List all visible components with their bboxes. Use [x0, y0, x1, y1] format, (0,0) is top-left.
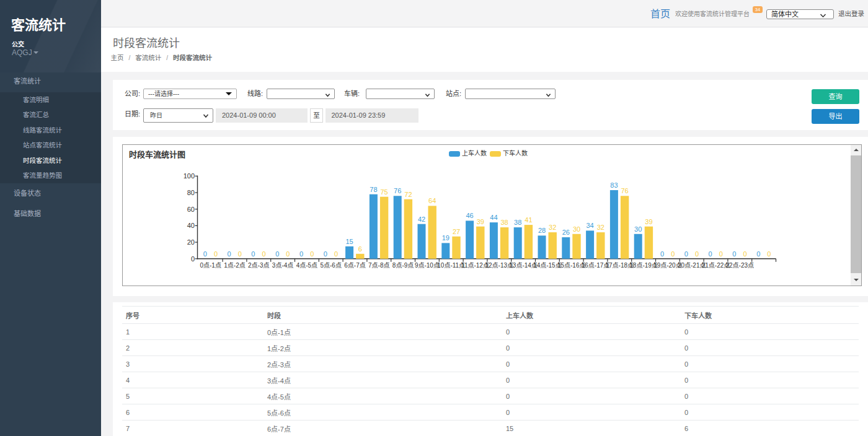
svg-text:0: 0	[310, 250, 314, 258]
svg-text:20: 20	[187, 238, 195, 246]
svg-text:0: 0	[238, 250, 242, 258]
svg-text:0: 0	[275, 250, 279, 258]
svg-text:72: 72	[404, 191, 412, 198]
svg-text:0: 0	[743, 250, 747, 258]
svg-text:3点-4点: 3点-4点	[272, 262, 293, 269]
svg-text:0: 0	[732, 250, 736, 258]
svg-text:78: 78	[370, 186, 377, 193]
svg-text:100: 100	[184, 172, 195, 180]
svg-text:0: 0	[262, 250, 266, 258]
svg-text:0: 0	[767, 250, 771, 258]
svg-text:27: 27	[453, 228, 460, 235]
svg-text:0: 0	[203, 250, 207, 258]
svg-text:0: 0	[299, 250, 303, 258]
svg-text:0: 0	[671, 250, 675, 258]
svg-text:0: 0	[709, 250, 712, 258]
svg-text:0: 0	[334, 250, 338, 258]
svg-text:30: 30	[634, 225, 642, 233]
svg-text:80: 80	[187, 189, 195, 196]
svg-text:0: 0	[684, 250, 688, 258]
svg-text:28: 28	[538, 227, 546, 234]
svg-text:1点-2点: 1点-2点	[224, 262, 245, 269]
svg-text:40: 40	[187, 222, 195, 229]
svg-text:76: 76	[621, 187, 628, 194]
svg-text:46: 46	[466, 212, 473, 219]
svg-text:0: 0	[191, 255, 195, 263]
svg-text:22点-23点: 22点-23点	[726, 262, 755, 269]
svg-text:44: 44	[490, 214, 497, 221]
svg-text:6点-7点: 6点-7点	[344, 262, 365, 269]
svg-text:19: 19	[442, 234, 450, 242]
svg-text:0: 0	[228, 250, 231, 258]
svg-text:7点-8点: 7点-8点	[368, 262, 389, 269]
svg-text:34: 34	[586, 222, 593, 229]
svg-text:0: 0	[286, 250, 290, 258]
svg-text:0点-1点: 0点-1点	[200, 262, 221, 269]
svg-text:38: 38	[514, 219, 521, 226]
svg-text:38: 38	[500, 219, 508, 226]
svg-text:83: 83	[610, 181, 618, 189]
svg-text:5点-6点: 5点-6点	[320, 262, 341, 269]
svg-text:41: 41	[525, 216, 532, 224]
svg-text:64: 64	[428, 197, 436, 204]
svg-text:0: 0	[719, 250, 723, 258]
svg-text:6: 6	[358, 245, 362, 253]
svg-text:0: 0	[324, 250, 327, 258]
svg-text:32: 32	[597, 224, 604, 231]
svg-text:2点-3点: 2点-3点	[248, 262, 269, 269]
svg-text:75: 75	[380, 188, 388, 196]
svg-text:60: 60	[187, 206, 195, 213]
svg-text:39: 39	[477, 218, 484, 225]
svg-text:0: 0	[756, 250, 760, 258]
svg-text:9点-10点: 9点-10点	[415, 262, 440, 269]
svg-text:32: 32	[549, 224, 556, 231]
svg-text:26: 26	[562, 229, 570, 236]
svg-text:42: 42	[418, 216, 425, 223]
svg-text:76: 76	[394, 187, 401, 194]
svg-text:8点-9点: 8点-9点	[392, 262, 414, 269]
svg-text:39: 39	[645, 218, 652, 225]
svg-text:4点-5点: 4点-5点	[296, 262, 317, 269]
svg-text:0: 0	[660, 250, 664, 258]
svg-text:15: 15	[345, 238, 353, 245]
svg-text:0: 0	[251, 250, 255, 258]
svg-text:0: 0	[214, 250, 218, 258]
svg-text:30: 30	[573, 225, 580, 233]
svg-text:0: 0	[695, 250, 699, 258]
